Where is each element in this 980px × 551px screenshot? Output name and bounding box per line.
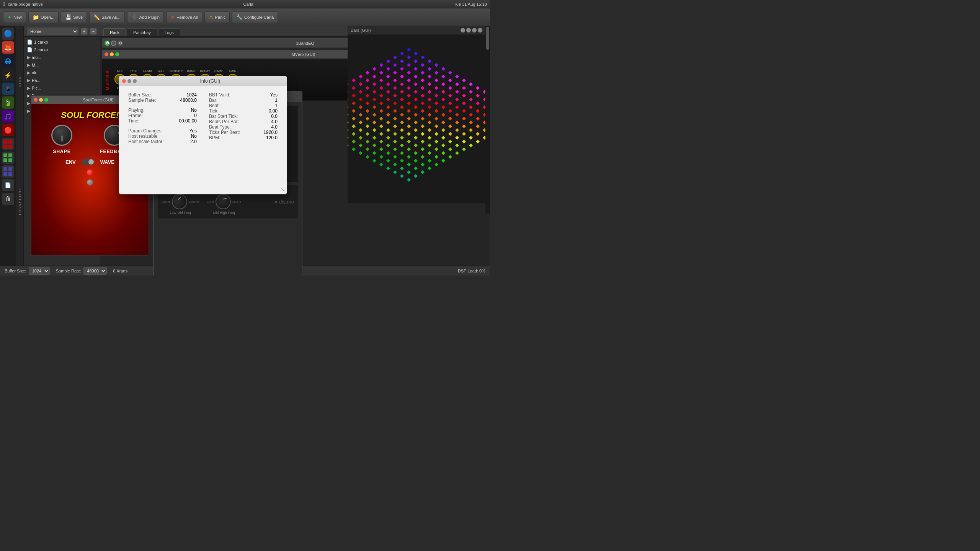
lowmid-freq-knob[interactable]	[172, 194, 187, 209]
info-close[interactable]	[122, 79, 126, 83]
file-folder-ok[interactable]: ▶ ok...	[24, 69, 100, 77]
gui-button[interactable]	[111, 41, 116, 46]
panic-button[interactable]: ⚠ Panic	[204, 11, 230, 23]
plugin-strip-controls: ⏻ ⚙	[105, 41, 123, 46]
sidebar-icon-8[interactable]: 🔴	[2, 124, 14, 136]
save-as-button[interactable]: ✏️ Save As...	[89, 11, 125, 23]
tab-rack[interactable]: Rack	[103, 28, 126, 36]
apple-logo-icon[interactable]: 	[3, 1, 5, 7]
sample-rate-label: Sample Rate:	[128, 98, 156, 103]
info-ticks-per-beat-row: Ticks Per Beat: 1920.0	[209, 130, 278, 135]
save-label: Save	[73, 15, 83, 20]
open-label: Open...	[41, 15, 54, 20]
sample-rate-select[interactable]: 48000 44100	[83, 267, 107, 275]
tab-logs[interactable]: Logs	[158, 28, 180, 36]
param-changes-label: Param Changes:	[128, 128, 163, 134]
sidebar-icon-text[interactable]: 📄	[2, 179, 14, 191]
sidebar-icon-grid1[interactable]	[2, 138, 14, 150]
info-time-row: Time: 00:00:00	[128, 118, 197, 124]
bars-btn3[interactable]	[472, 28, 477, 33]
sidebar-icon-3[interactable]: 🌐	[2, 55, 14, 67]
info-resize-handle[interactable]: ↘	[281, 186, 285, 192]
info-buffer-size-row: Buffer Size: 1024	[128, 92, 197, 98]
icon-2: 🦊	[4, 44, 12, 51]
remove-all-icon: ✕	[170, 14, 175, 20]
beat-label: Beat:	[209, 103, 220, 108]
remove-folder-button[interactable]: −	[90, 28, 97, 35]
buffer-size-select[interactable]: 1024 512 256 128	[29, 267, 50, 275]
foldername: mo...	[32, 55, 41, 60]
host-resizable-label: Host resizable:	[128, 134, 158, 139]
filename: 1.carxp	[34, 40, 48, 44]
ticks-per-beat-label: Ticks Per Beat:	[209, 130, 240, 135]
sf-max[interactable]	[44, 98, 48, 102]
new-button[interactable]: ✦ New	[3, 11, 26, 23]
sidebar-icon-finder[interactable]: 🔵	[2, 28, 14, 40]
info-frame-row: Frame: 0	[128, 113, 197, 118]
right-scrollbar[interactable]	[485, 26, 490, 214]
bars-btn1[interactable]	[461, 28, 465, 33]
info-beats-per-bar-row: Beats Per Bar: 4.0	[209, 119, 278, 124]
sidebar-icon-trash[interactable]: 🗑	[2, 193, 14, 205]
file-folder-pic[interactable]: ▶ Pic...	[24, 84, 100, 92]
configure-button[interactable]: 🔧 Configure Carla	[232, 11, 278, 23]
bar-value: 1	[275, 98, 278, 103]
save-button[interactable]: 💾 Save	[61, 11, 87, 23]
buffer-size-label: Buffer Size:	[128, 92, 152, 98]
configure-label: Configure Carla	[244, 15, 274, 20]
open-icon: 📁	[33, 14, 39, 20]
sidebar-icon-7[interactable]: 🎵	[2, 110, 14, 122]
mverb-close[interactable]	[105, 52, 108, 56]
settings-button[interactable]: ⚙	[118, 41, 123, 46]
info-gui: Info (GUI) Buffer Size: 1024 Sample Rate…	[119, 76, 287, 194]
remove-all-button[interactable]: ✕ Remove All	[166, 11, 202, 23]
midhigh-knob-row: 1kHz 20kHz	[207, 194, 241, 209]
lowmid-freq-left: 250Hz	[162, 200, 170, 204]
info-left-col: Buffer Size: 1024 Sample Rate: 48000.0 P…	[128, 92, 197, 144]
file-folder-mo[interactable]: ▶ mo...	[24, 54, 100, 61]
tab-patchbay[interactable]: Patchbay	[127, 28, 157, 36]
icon-5: 📱	[4, 85, 12, 93]
file-item-1carxp[interactable]: 📄 1.carxp	[24, 38, 100, 46]
sf-close[interactable]	[34, 98, 38, 102]
configure-icon: 🔧	[236, 14, 243, 20]
finder-icon: 🔵	[4, 29, 12, 38]
sidebar-icon-grid2[interactable]	[2, 152, 14, 164]
sf-shape-group: SHAPE	[51, 125, 72, 154]
add-plugin-button[interactable]: ➕ Add Plugin	[127, 11, 164, 23]
bars-btn2[interactable]	[466, 28, 471, 33]
midhigh-freq-label: Mid-High Freq	[213, 211, 235, 215]
status-dsp-load: DSP Load: 0%	[458, 269, 485, 273]
sf-shape-knob[interactable]	[51, 125, 72, 146]
beat-value: 1	[275, 103, 278, 108]
bars-controls	[461, 28, 482, 33]
transport-label: Transport	[18, 187, 22, 215]
bars-btn4[interactable]	[478, 28, 482, 33]
sidebar-icon-5[interactable]: 📱	[2, 83, 14, 95]
sidebar-icon-2[interactable]: 🦊	[2, 41, 14, 54]
file-folder-pa[interactable]: ▶ Pa...	[24, 77, 100, 84]
mverb-min[interactable]	[110, 52, 114, 56]
sidebar-icon-4[interactable]: ⚡	[2, 69, 14, 81]
mverb-max[interactable]	[115, 52, 119, 56]
info-min[interactable]	[127, 79, 131, 83]
sf-min[interactable]	[39, 98, 43, 102]
open-button[interactable]: 📁 Open...	[28, 11, 59, 23]
add-folder-button[interactable]: +	[81, 28, 88, 35]
info-sample-rate-row: Sample Rate: 48000.0	[128, 98, 197, 103]
lowmid-freq-label: Low-Mid Freq	[170, 211, 191, 215]
info-max[interactable]	[133, 79, 137, 83]
midhigh-freq-left: 1kHz	[207, 200, 214, 204]
ticks-per-beat-value: 1920.0	[263, 130, 278, 135]
sidebar-icon-grid3[interactable]	[2, 165, 14, 178]
file-folder-m[interactable]: ▶ M...	[24, 61, 100, 69]
file-item-2carxp[interactable]: 📄 2.carxp	[24, 46, 100, 54]
power-button[interactable]: ⏻	[105, 41, 110, 46]
env-wave-toggle[interactable]	[82, 159, 94, 165]
folder-icon: ▶	[27, 55, 30, 60]
file-icon: 📄	[27, 39, 33, 45]
add-plugin-label: Add Plugin	[139, 15, 160, 20]
location-select[interactable]: Home	[27, 28, 78, 35]
sidebar-icon-6[interactable]: 🍃	[2, 96, 14, 109]
scrollbar-thumb[interactable]	[486, 27, 489, 50]
